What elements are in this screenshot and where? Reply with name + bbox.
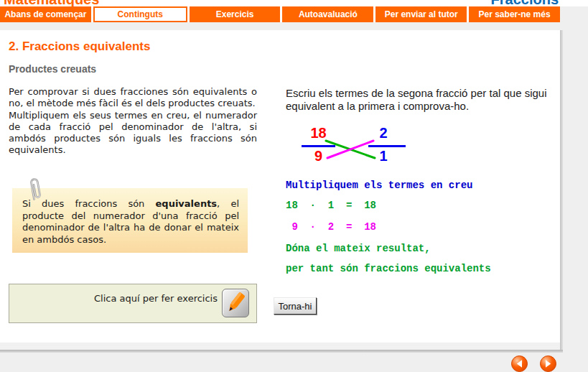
work-product-1: 18 · 1 = 18 (286, 200, 376, 211)
subsection-title: Productes creuats (9, 63, 96, 75)
tab-autoavaluacio[interactable]: Autoavaluació (282, 6, 373, 22)
work-conclusion-2: per tant són fraccions equivalents (286, 263, 491, 274)
panel-right-border (560, 30, 563, 352)
work-conclusion-1: Dóna el mateix resultat, (286, 243, 431, 254)
prev-button[interactable] (511, 355, 528, 372)
tab-continguts[interactable]: Continguts (93, 6, 187, 22)
exercise-button[interactable] (222, 289, 249, 317)
next-button[interactable] (540, 355, 556, 372)
exercise-box: Clica aquí per fer exercicis (9, 284, 257, 323)
intro-paragraph-2: Multipliquem els seus termes en creu, el… (9, 110, 257, 157)
note-text-bold: equivalents (156, 198, 218, 209)
tab-exercicis[interactable]: Exercicis (190, 6, 281, 22)
question-text: Escriu els termes de la segona fracció p… (286, 87, 567, 113)
fraction-diagram: 18 9 2 1 (294, 122, 409, 168)
pencil-icon (223, 290, 248, 316)
paperclip-icon (27, 176, 43, 202)
intro-paragraph-1: Per comprovar si dues fracciones són equ… (9, 86, 257, 110)
unit-title: Fraccions (491, 0, 559, 6)
exercise-prompt: Clica aquí per fer exercicis (94, 293, 218, 304)
tab-per-enviar-al-tutor[interactable]: Per enviar al tutor (375, 6, 467, 22)
section-title: 2. Fraccions equivalents (9, 39, 150, 54)
panel-bottom-border (0, 350, 563, 353)
work-product-2: 9 · 2 = 18 (286, 221, 376, 233)
content-panel: 2. Fraccions equivalents Productes creua… (0, 30, 560, 343)
tab-per-saber-ne-mes[interactable]: Per saber-ne més (469, 6, 560, 22)
note-box: Si dues fraccions són equivalents, el pr… (12, 188, 248, 253)
retry-button[interactable]: Torna-hi (274, 297, 317, 315)
intro-text: Per comprovar si dues fracciones són equ… (9, 86, 257, 157)
panel-footer-strip (0, 343, 560, 350)
site-title: Matemàtiques (4, 0, 99, 6)
work-title: Multipliquem els termes en creu (286, 180, 472, 191)
tab-abans-de-comencar[interactable]: Abans de començar (0, 6, 91, 22)
page: Matemàtiques Fraccions Abans de començar… (0, 0, 588, 372)
cross-lines (294, 122, 409, 168)
main-nav: Abans de començar Continguts Exercicis A… (0, 6, 560, 22)
top-header: Matemàtiques Fraccions (0, 0, 588, 6)
